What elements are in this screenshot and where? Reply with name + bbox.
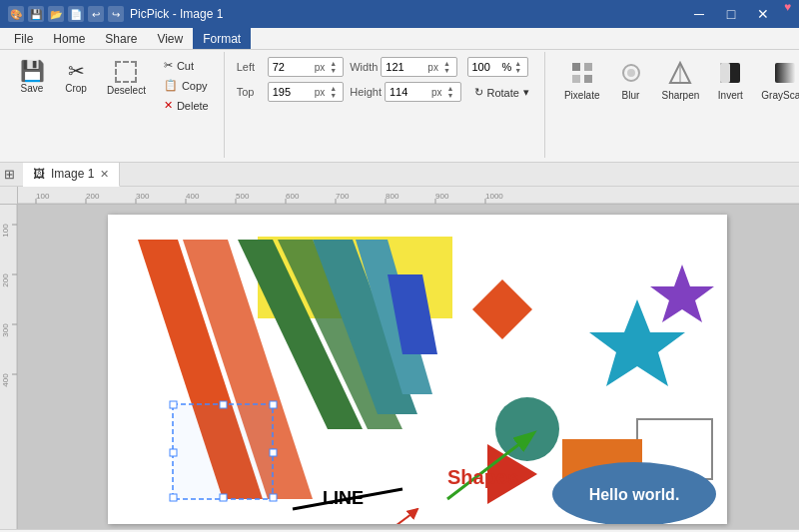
height-spinner: ▲ ▼ xyxy=(445,85,456,99)
svg-rect-72 xyxy=(270,449,277,456)
grayscale-button[interactable]: GrayScale xyxy=(754,56,799,106)
svg-text:1000: 1000 xyxy=(485,192,503,201)
ribbon-selection-group: 💾 Save ✂ Crop Deselect ✂ Cut 📋 Copy xyxy=(4,52,225,158)
rotate-button[interactable]: ↻ Rotate ▾ xyxy=(467,83,536,102)
invert-button[interactable]: Invert xyxy=(710,56,750,106)
cut-button[interactable]: ✂ Cut xyxy=(157,56,216,75)
left-label: Left xyxy=(237,61,265,73)
save-button[interactable]: 💾 Save xyxy=(12,56,52,99)
save-label: Save xyxy=(21,83,44,94)
save-quick-icon[interactable]: 💾 xyxy=(28,6,44,22)
tab-image1-label: Image 1 xyxy=(51,167,94,181)
height-input[interactable] xyxy=(390,86,429,98)
ribbon-effects-buttons-group: Pixelate Blur Sharpen Invert xyxy=(549,52,799,158)
ruler-top-row: 100 200 300 400 500 600 700 xyxy=(0,187,799,205)
sharpen-label: Sharpen xyxy=(662,90,700,101)
app-icon: 🎨 xyxy=(8,6,24,22)
rotate-chevron: ▾ xyxy=(523,86,529,99)
invert-icon xyxy=(718,61,742,88)
svg-text:300: 300 xyxy=(1,323,10,337)
width-spin-down[interactable]: ▼ xyxy=(441,67,452,74)
canvas-svg: Shapes LINE xyxy=(108,215,727,524)
left-spin-down[interactable]: ▼ xyxy=(328,67,339,74)
zoom-spin-down[interactable]: ▼ xyxy=(512,67,523,74)
svg-rect-33 xyxy=(0,205,18,529)
svg-text:400: 400 xyxy=(1,373,10,387)
height-spin-down[interactable]: ▼ xyxy=(445,92,456,99)
new-quick-icon[interactable]: 📄 xyxy=(68,6,84,22)
minimize-button[interactable]: ─ xyxy=(684,0,714,28)
svg-text:200: 200 xyxy=(1,273,10,287)
svg-point-5 xyxy=(627,69,635,77)
ribbon: 💾 Save ✂ Crop Deselect ✂ Cut 📋 Copy xyxy=(0,50,799,163)
svg-rect-75 xyxy=(270,494,277,501)
crop-button[interactable]: ✂ Crop xyxy=(56,56,96,99)
svg-rect-10 xyxy=(775,63,795,83)
svg-marker-51 xyxy=(472,279,532,339)
menu-format[interactable]: Format xyxy=(193,28,251,49)
grayscale-icon xyxy=(773,61,797,88)
svg-rect-70 xyxy=(270,401,277,408)
svg-text:700: 700 xyxy=(336,192,350,201)
tab-view-icon[interactable]: ⊞ xyxy=(4,167,15,182)
cut-label: Cut xyxy=(177,60,194,72)
top-input[interactable] xyxy=(273,86,313,98)
tab-bar: ⊞ 🖼 Image 1 ✕ xyxy=(0,163,799,187)
invert-label: Invert xyxy=(718,90,743,101)
pixelate-icon xyxy=(570,61,594,88)
deselect-button[interactable]: Deselect xyxy=(100,56,153,101)
maximize-button[interactable]: □ xyxy=(716,0,746,28)
svg-text:500: 500 xyxy=(236,192,250,201)
zoom-spin-up[interactable]: ▲ xyxy=(512,60,523,67)
height-spin-up[interactable]: ▲ xyxy=(445,85,456,92)
blur-button[interactable]: Blur xyxy=(611,56,651,106)
width-spin-up[interactable]: ▲ xyxy=(441,60,452,67)
menu-view[interactable]: View xyxy=(147,28,193,49)
undo-quick-icon[interactable]: ↩ xyxy=(88,6,104,22)
canvas-scroll-area[interactable]: Shapes LINE xyxy=(18,205,799,529)
redo-quick-icon[interactable]: ↪ xyxy=(108,6,124,22)
svg-text:900: 900 xyxy=(435,192,449,201)
top-spin-down[interactable]: ▼ xyxy=(328,92,339,99)
svg-point-52 xyxy=(495,397,559,461)
zoom-input[interactable] xyxy=(472,61,502,73)
copy-label: Copy xyxy=(182,80,208,92)
tab-close-icon[interactable]: ✕ xyxy=(100,168,109,181)
left-field: Left px ▲ ▼ xyxy=(237,57,345,77)
top-spin-up[interactable]: ▲ xyxy=(328,85,339,92)
tab-image-icon: 🖼 xyxy=(33,167,45,181)
pixelate-button[interactable]: Pixelate xyxy=(557,56,607,106)
sharpen-button[interactable]: Sharpen xyxy=(655,56,707,106)
left-input[interactable] xyxy=(273,61,313,73)
width-spinner: ▲ ▼ xyxy=(441,60,452,74)
deselect-icon xyxy=(115,61,137,83)
grayscale-label: GrayScale xyxy=(761,90,799,101)
svg-text:Shapes: Shapes xyxy=(447,466,518,488)
svg-text:LINE: LINE xyxy=(323,488,364,508)
width-unit: px xyxy=(427,62,438,73)
delete-label: Delete xyxy=(177,100,209,112)
menu-home[interactable]: Home xyxy=(43,28,95,49)
svg-rect-2 xyxy=(572,75,580,83)
image-canvas[interactable]: Shapes LINE xyxy=(108,215,727,524)
cut-icon: ✂ xyxy=(164,59,173,72)
svg-rect-1 xyxy=(584,63,592,71)
tab-image1[interactable]: 🖼 Image 1 ✕ xyxy=(23,163,120,187)
zoom-spinner: ▲ ▼ xyxy=(512,60,523,74)
svg-text:300: 300 xyxy=(136,192,150,201)
crop-icon: ✂ xyxy=(68,61,85,81)
ruler-horizontal: 100 200 300 400 500 600 700 xyxy=(18,187,799,205)
svg-rect-3 xyxy=(584,75,592,83)
menu-share[interactable]: Share xyxy=(95,28,147,49)
svg-rect-67 xyxy=(173,404,273,499)
close-button[interactable]: ✕ xyxy=(748,0,778,28)
width-input[interactable] xyxy=(386,61,425,73)
copy-button[interactable]: 📋 Copy xyxy=(157,76,216,95)
ruler-corner xyxy=(0,187,18,205)
left-spin-up[interactable]: ▲ xyxy=(328,60,339,67)
width-label: Width xyxy=(350,61,378,73)
menu-file[interactable]: File xyxy=(4,28,43,49)
open-quick-icon[interactable]: 📂 xyxy=(48,6,64,22)
delete-button[interactable]: ✕ Delete xyxy=(157,96,216,115)
pixelate-label: Pixelate xyxy=(564,90,600,101)
